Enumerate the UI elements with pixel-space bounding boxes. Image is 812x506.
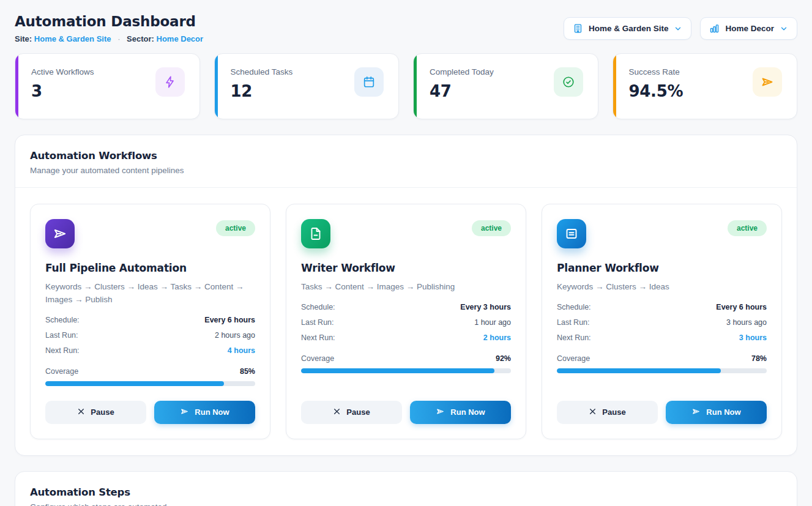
workflow-name: Full Pipeline Automation xyxy=(45,262,255,274)
coverage-row: Coverage 92% xyxy=(301,354,511,363)
send-icon xyxy=(691,407,701,418)
coverage-progress-fill xyxy=(557,368,721,373)
workflow-meta: Schedule: Every 3 hours Last Run: 1 hour… xyxy=(301,303,511,349)
status-badge: active xyxy=(216,220,255,236)
status-badge: active xyxy=(472,220,511,236)
schedule-label: Schedule: xyxy=(45,316,80,324)
header-text: Automation Dashboard Site: Home & Garden… xyxy=(15,13,203,43)
next-run-row: Next Run: 2 hours xyxy=(301,333,511,342)
doc-lines-icon xyxy=(557,219,586,248)
pause-button-label: Pause xyxy=(602,407,625,417)
send-icon xyxy=(180,407,189,418)
stat-label: Success Rate xyxy=(629,67,683,76)
last-run-value: 3 hours ago xyxy=(726,318,767,327)
schedule-label: Schedule: xyxy=(301,303,335,311)
sector-link[interactable]: Home Decor xyxy=(157,34,204,43)
coverage-label: Coverage xyxy=(301,354,334,363)
stat-value: 3 xyxy=(31,82,94,100)
workflow-pipeline: Keywords → Clusters → Ideas → Tasks → Co… xyxy=(45,281,255,307)
page-title: Automation Dashboard xyxy=(15,13,203,29)
file-icon xyxy=(301,219,330,248)
next-run-row: Next Run: 4 hours xyxy=(45,346,255,355)
workflow-card-planner: active Planner Workflow Keywords → Clust… xyxy=(542,204,782,439)
coverage-progress-fill xyxy=(45,381,224,386)
sector-selector-dropdown[interactable]: Home Decor xyxy=(700,17,797,40)
coverage-value: 78% xyxy=(751,354,767,363)
stat-card-completed-today: Completed Today 47 xyxy=(413,53,598,119)
workflow-name: Planner Workflow xyxy=(557,262,767,274)
stat-value: 12 xyxy=(231,82,293,100)
coverage-label: Coverage xyxy=(45,367,78,376)
run-now-button-label: Run Now xyxy=(195,407,229,417)
last-run-value: 1 hour ago xyxy=(474,318,511,327)
workflow-pipeline: Keywords → Clusters → Ideas xyxy=(557,281,767,294)
pause-button[interactable]: Pause xyxy=(301,401,402,424)
workflow-pipeline: Tasks → Content → Images → Publishing xyxy=(301,281,511,294)
workflows-panel-subtitle: Manage your automated content pipelines xyxy=(30,166,782,175)
workflow-actions: Pause Run Now xyxy=(45,386,255,424)
sector-label: Sector: xyxy=(127,34,154,43)
schedule-row: Schedule: Every 6 hours xyxy=(45,316,255,324)
steps-panel-subtitle: Configure which steps are automated xyxy=(30,502,782,506)
run-now-button[interactable]: Run Now xyxy=(154,401,255,424)
site-label: Site: xyxy=(15,34,32,43)
stat-card-success-rate: Success Rate 94.5% xyxy=(613,53,798,119)
next-run-value: 3 hours xyxy=(739,333,767,342)
last-run-label: Last Run: xyxy=(45,331,78,340)
pause-button-label: Pause xyxy=(91,407,114,417)
stat-card-active-workflows: Active Workflows 3 xyxy=(15,53,200,119)
breadcrumb: Site: Home & Garden Site · Sector: Home … xyxy=(15,34,203,43)
chevron-down-icon xyxy=(674,24,682,33)
coverage-label: Coverage xyxy=(557,354,590,363)
schedule-row: Schedule: Every 6 hours xyxy=(557,303,767,311)
x-icon xyxy=(333,407,341,417)
stat-label: Active Workflows xyxy=(31,67,94,76)
coverage-row: Coverage 78% xyxy=(557,354,767,363)
next-run-row: Next Run: 3 hours xyxy=(557,333,767,342)
site-selector-label: Home & Garden Site xyxy=(589,24,669,33)
steps-panel-header: Automation Steps Configure which steps a… xyxy=(15,472,797,506)
coverage-progress-track xyxy=(301,368,511,373)
stat-value: 47 xyxy=(430,82,494,100)
status-badge: active xyxy=(728,220,767,236)
stats-row: Active Workflows 3 Scheduled Tasks 12 xyxy=(15,53,797,119)
coverage-value: 85% xyxy=(240,367,255,376)
automation-dashboard-page: Automation Dashboard Site: Home & Garden… xyxy=(0,0,812,506)
pause-button-label: Pause xyxy=(346,407,370,417)
workflow-card-writer: active Writer Workflow Tasks → Content →… xyxy=(286,204,526,439)
site-selector-dropdown[interactable]: Home & Garden Site xyxy=(564,17,692,40)
last-run-value: 2 hours ago xyxy=(215,331,255,340)
bar-chart-icon xyxy=(709,23,720,34)
next-run-label: Next Run: xyxy=(45,346,80,355)
chevron-down-icon xyxy=(780,24,788,33)
x-icon xyxy=(589,407,597,417)
schedule-row: Schedule: Every 3 hours xyxy=(301,303,511,311)
stat-text: Active Workflows 3 xyxy=(31,67,94,100)
header-dropdowns: Home & Garden Site Home Decor xyxy=(564,17,797,40)
workflow-actions: Pause Run Now xyxy=(301,386,511,424)
schedule-value: Every 6 hours xyxy=(716,303,767,311)
workflow-name: Writer Workflow xyxy=(301,262,511,274)
last-run-row: Last Run: 2 hours ago xyxy=(45,331,255,340)
steps-panel: Automation Steps Configure which steps a… xyxy=(15,471,797,506)
building-icon xyxy=(573,23,583,34)
calendar-icon xyxy=(354,67,384,97)
pause-button[interactable]: Pause xyxy=(557,401,658,424)
schedule-label: Schedule: xyxy=(557,303,591,311)
stat-value: 94.5% xyxy=(629,82,683,100)
send-icon xyxy=(45,219,75,248)
workflows-panel-header: Automation Workflows Manage your automat… xyxy=(15,135,797,188)
site-link[interactable]: Home & Garden Site xyxy=(34,34,111,43)
workflow-actions: Pause Run Now xyxy=(557,386,767,424)
run-now-button-label: Run Now xyxy=(706,407,740,417)
run-now-button[interactable]: Run Now xyxy=(410,401,511,424)
workflow-cards-grid: active Full Pipeline Automation Keywords… xyxy=(15,188,797,455)
bolt-icon xyxy=(155,67,185,97)
workflows-panel: Automation Workflows Manage your automat… xyxy=(15,135,797,456)
last-run-row: Last Run: 3 hours ago xyxy=(557,318,767,327)
run-now-button[interactable]: Run Now xyxy=(666,401,767,424)
topbar: Automation Dashboard Site: Home & Garden… xyxy=(15,13,797,43)
stat-label: Completed Today xyxy=(430,67,494,76)
stat-label: Scheduled Tasks xyxy=(231,67,293,76)
pause-button[interactable]: Pause xyxy=(45,401,146,424)
